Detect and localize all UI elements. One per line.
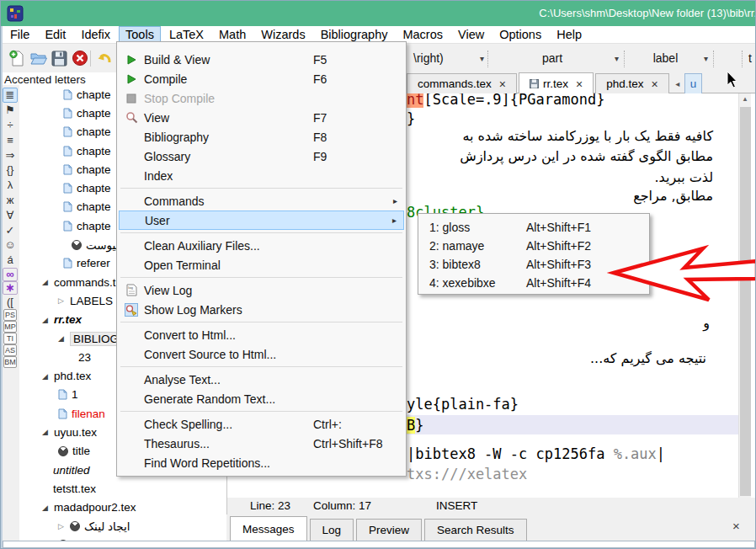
- menu-help[interactable]: Help: [550, 26, 588, 43]
- combo-part[interactable]: part▾: [490, 48, 622, 68]
- submenu-item-2-namaye[interactable]: 2: namayeAlt+Shift+F2: [418, 237, 649, 255]
- menu-item-user[interactable]: User▸: [119, 211, 404, 230]
- combo-label[interactable]: label▾: [627, 48, 711, 68]
- panel-tab-misc-math-icon[interactable]: ∀: [3, 207, 18, 222]
- collapsed-arrow-icon[interactable]: ▷: [58, 296, 70, 305]
- submenu-item-1-gloss[interactable]: 1: glossAlt+Shift+F1: [418, 218, 649, 237]
- menu-item-index[interactable]: Index: [119, 166, 404, 185]
- menu-item-glossary[interactable]: GlossaryF9: [119, 147, 404, 166]
- scroll-up-icon[interactable]: ▴: [739, 94, 751, 103]
- menu-math[interactable]: Math: [212, 26, 253, 43]
- output-tab-log[interactable]: Log: [310, 519, 354, 541]
- tree-item-item[interactable]: ▷ایجاد لینک: [19, 517, 226, 536]
- menu-wizards[interactable]: Wizards: [254, 26, 311, 43]
- tab-scroll-left-icon[interactable]: ◂: [671, 73, 684, 93]
- menu-item-open-terminal[interactable]: Open Terminal: [119, 255, 404, 274]
- menu-edit[interactable]: Edit: [38, 26, 72, 43]
- user-submenu: 1: glossAlt+Shift+F12: namayeAlt+Shift+F…: [418, 213, 650, 295]
- panel-tab-pstricks-icon[interactable]: PS: [3, 309, 17, 321]
- expanded-arrow-icon[interactable]: ◢: [42, 278, 54, 286]
- panel-tab-arrows-icon[interactable]: ⇒: [3, 147, 18, 163]
- panel-tab-misc-text-icon[interactable]: ☺: [3, 237, 18, 253]
- editor-scrollbar[interactable]: ▴ ▾: [738, 93, 751, 512]
- menu-item-label: Clean Auxiliary Files...: [144, 239, 260, 253]
- editor-line: کافیه فقط یک بار با یوزرکامند ساخته شده …: [462, 127, 713, 146]
- tab-commands-tex[interactable]: commands.tex×: [407, 73, 517, 93]
- menu-item-bibliography[interactable]: BibliographyF8: [119, 127, 404, 147]
- tab-close-icon[interactable]: ×: [576, 77, 583, 91]
- expanded-arrow-icon[interactable]: ◢: [42, 372, 54, 381]
- panel-tab-structure-icon[interactable]: ≣: [3, 88, 18, 103]
- submenu-item-4-xexebibxe[interactable]: 4: xexebibxeAlt+Shift+F4: [418, 274, 649, 292]
- menu-item-show-log-markers[interactable]: Show Log Markers: [119, 300, 404, 319]
- menu-item-find-word-repetitions[interactable]: Find Word Repetitions...: [119, 453, 404, 472]
- menu-bibliography[interactable]: Bibliography: [314, 26, 395, 43]
- expanded-arrow-icon[interactable]: ◢: [58, 334, 70, 343]
- tab-phd-tex[interactable]: phd.tex×: [595, 73, 668, 93]
- panel-tab-unicode-symbols-icon[interactable]: ∗: [3, 281, 18, 295]
- menu-idefix[interactable]: Idefix: [74, 26, 117, 43]
- menu-item-generate-random-text[interactable]: Generate Random Text...: [119, 389, 404, 408]
- panel-tab-relations-icon[interactable]: ≡: [3, 132, 18, 147]
- menu-item-commands[interactable]: Commands▸: [119, 191, 404, 211]
- menu-latex[interactable]: LaTeX: [162, 26, 210, 43]
- tree-item-madadpour2-tex[interactable]: ◢madadpour2.tex: [19, 498, 226, 517]
- menu-item-analyse-text[interactable]: Analyse Text...: [119, 370, 404, 389]
- panel-tab-beamer-icon[interactable]: BM: [3, 356, 17, 368]
- collapsed-arrow-icon[interactable]: ▷: [58, 522, 70, 530]
- panel-tab-accented-letters-icon[interactable]: á: [3, 253, 18, 268]
- output-tab-messages[interactable]: Messages: [230, 516, 307, 541]
- output-tab-preview[interactable]: Preview: [356, 519, 422, 541]
- toolbar-grip: [487, 51, 488, 67]
- menu-item-label: Thesaurus...: [144, 437, 210, 450]
- open-file-button[interactable]: [29, 49, 47, 67]
- scrollbar-thumb[interactable]: [740, 107, 751, 496]
- panel-tab-metapost-icon[interactable]: MP: [3, 321, 17, 333]
- panel-tab-delimiters-icon[interactable]: {}: [3, 163, 18, 178]
- tab-u[interactable]: u: [684, 73, 703, 93]
- panel-header[interactable]: Accented letters: [4, 73, 86, 86]
- expanded-arrow-icon[interactable]: ◢: [42, 428, 54, 436]
- new-document-button[interactable]: [8, 49, 26, 67]
- menu-item-check-spelling[interactable]: Check Spelling...Ctrl+:: [119, 414, 404, 434]
- titlebar[interactable]: C:\Users\shm\Desktop\New folder (13)\bib…: [1, 1, 756, 26]
- tab-close-icon[interactable]: ×: [499, 77, 506, 91]
- menu-tools[interactable]: Tools: [119, 26, 161, 43]
- panel-tab-tikz-icon[interactable]: TI: [3, 333, 17, 344]
- panel-tab-math-operators-icon[interactable]: ÷: [3, 118, 18, 133]
- tree-item-tetstt-tex[interactable]: tetstt.tex: [19, 479, 226, 498]
- panel-tab-misc-symbols-icon[interactable]: ✓: [3, 222, 18, 237]
- menu-item-view[interactable]: ViewF7: [119, 108, 404, 127]
- expanded-arrow-icon[interactable]: ◢: [42, 316, 54, 324]
- combo-right[interactable]: \right)▾: [410, 48, 487, 68]
- menu-macros[interactable]: Macros: [396, 26, 450, 43]
- submenu-item-3-bibtex8[interactable]: 3: bibtex8Alt+Shift+F3: [418, 255, 649, 274]
- close-file-button[interactable]: [71, 49, 89, 67]
- panel-tab-asymptote-icon[interactable]: AS: [3, 344, 17, 356]
- file-icon: [58, 389, 67, 400]
- panel-tab-bookmarks-icon[interactable]: ⚑: [3, 103, 18, 118]
- panel-tab-unicode-math-icon[interactable]: ∞: [3, 268, 18, 281]
- menu-file[interactable]: File: [3, 26, 36, 43]
- tab-rr-tex[interactable]: rr.tex×: [519, 72, 594, 94]
- menu-view[interactable]: View: [451, 26, 491, 43]
- menu-item-view-log[interactable]: logView Log: [119, 280, 404, 300]
- panel-tab-greek-letters-icon[interactable]: λ: [3, 178, 18, 193]
- panel-tab-left-delimiters-icon[interactable]: ([: [3, 295, 18, 310]
- expanded-arrow-icon[interactable]: ◢: [42, 504, 54, 512]
- tab-close-icon[interactable]: ×: [651, 77, 658, 91]
- undo-button[interactable]: [95, 49, 114, 67]
- menu-item-build-view[interactable]: Build & ViewF5: [119, 50, 404, 69]
- menu-item-clean-auxiliary-files[interactable]: Clean Auxiliary Files...: [119, 236, 404, 255]
- messages-panel[interactable]: [3, 541, 755, 548]
- menu-item-convert-to-html[interactable]: Convert to Html...: [119, 325, 404, 344]
- output-tab-search-results[interactable]: Search Results: [424, 519, 527, 541]
- menu-item-thesaurus[interactable]: Thesaurus...Ctrl+Shift+F8: [119, 434, 404, 453]
- submenu-arrow-icon: ▸: [393, 196, 397, 205]
- menu-options[interactable]: Options: [492, 26, 548, 43]
- panel-tab-cyrillic-letters-icon[interactable]: ж: [3, 193, 18, 208]
- panel-close-icon[interactable]: ×: [732, 519, 740, 533]
- menu-item-compile[interactable]: CompileF6: [119, 69, 404, 88]
- menu-item-convert-source-to-html[interactable]: Convert Source to Html...: [119, 344, 404, 364]
- save-file-button[interactable]: [50, 49, 68, 67]
